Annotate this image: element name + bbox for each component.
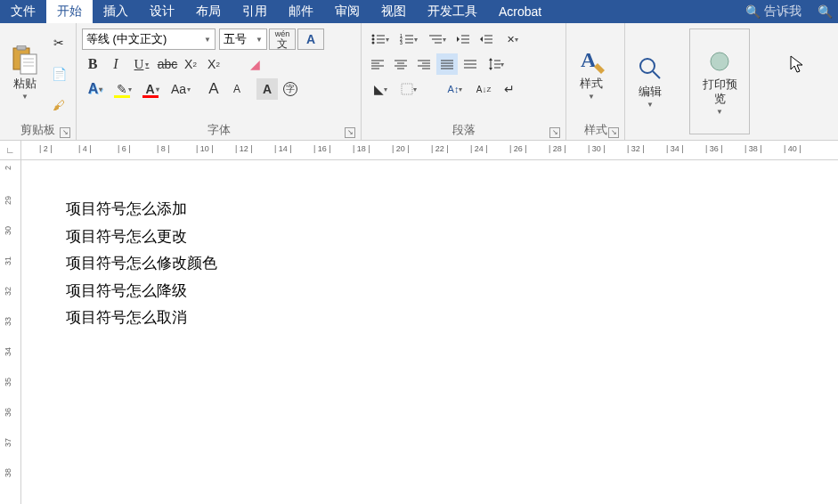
paste-button[interactable]: 粘贴 ▼: [4, 27, 46, 120]
superscript-button[interactable]: X2: [203, 53, 224, 75]
document-line[interactable]: 项目符号怎么添加: [66, 196, 793, 224]
shrink-font-button[interactable]: A: [226, 78, 248, 100]
decrease-indent-button[interactable]: [452, 28, 474, 50]
bullets-button[interactable]: ▾: [367, 28, 394, 50]
copy-button[interactable]: 📄: [48, 63, 69, 85]
tab-acrobat[interactable]: Acrobat: [488, 0, 552, 23]
ruler-tick: 34: [4, 347, 12, 356]
asian-layout-button[interactable]: ✕▾: [499, 28, 525, 50]
ruler-tick: | 18 |: [353, 144, 370, 153]
eraser-button[interactable]: ◢: [244, 53, 265, 75]
vertical-ruler[interactable]: 229303132333435363738: [0, 160, 21, 504]
paragraph-launcher[interactable]: ↘: [549, 127, 560, 138]
group-styles: A 样式 ▼ 样式↘: [566, 23, 625, 140]
ruler-tick: 29: [4, 196, 12, 205]
tab-insert[interactable]: 插入: [93, 0, 139, 23]
underline-button[interactable]: U▾: [128, 53, 155, 75]
document-line[interactable]: 项目符号怎么取消: [66, 305, 793, 332]
grow-font-button[interactable]: A: [203, 78, 224, 100]
enclose-characters-button[interactable]: 字: [280, 78, 301, 100]
distribute-button[interactable]: [460, 53, 481, 75]
tab-developer[interactable]: 开发工具: [417, 0, 488, 23]
increase-indent-button[interactable]: [476, 28, 497, 50]
shading-button[interactable]: ◣▾: [367, 78, 394, 100]
tab-file[interactable]: 文件: [0, 0, 46, 23]
font-launcher[interactable]: ↘: [345, 127, 355, 138]
tab-review[interactable]: 审阅: [324, 0, 370, 23]
highlighter-icon: ✎: [117, 82, 127, 96]
ruler-tick: | 14 |: [274, 144, 292, 153]
bold-button[interactable]: B: [82, 53, 103, 75]
document-page[interactable]: 项目符号怎么添加 项目符号怎么更改 项目符号怎么修改颜色 项目符号怎么降级 项目…: [21, 160, 838, 504]
svg-text:A: A: [581, 48, 597, 71]
ruler-tick: | 34 |: [666, 144, 684, 153]
paste-icon: [11, 46, 39, 75]
styles-button[interactable]: A 样式 ▼: [570, 27, 613, 120]
svg-point-56: [640, 59, 655, 73]
justify-button[interactable]: [436, 53, 458, 75]
print-preview-label: 打印预览: [697, 77, 742, 105]
cut-button[interactable]: ✂: [48, 32, 69, 53]
highlight-button[interactable]: ✎▾: [110, 78, 137, 100]
tab-home[interactable]: 开始: [46, 0, 93, 23]
svg-point-6: [372, 35, 375, 37]
ruler-tick: | 40 |: [784, 144, 801, 153]
svg-rect-2: [20, 54, 37, 74]
tab-references[interactable]: 引用: [232, 0, 278, 23]
strikethrough-button[interactable]: abc: [157, 53, 178, 75]
editing-button[interactable]: 编辑 ▼: [629, 27, 671, 136]
group-label-styles: 样式: [584, 122, 607, 138]
ribbon: 粘贴 ▼ ✂ 📄 🖌 剪贴板↘ 等线 (中文正文)▼ 五号▼ wén文 A: [0, 23, 838, 141]
tab-mailings[interactable]: 邮件: [278, 0, 324, 23]
group-label-clipboard: 剪贴板: [20, 122, 55, 138]
format-painter-button[interactable]: 🖌: [48, 94, 69, 116]
horizontal-ruler[interactable]: | 2 || 4 || 6 || 8 || 10 || 12 || 14 || …: [21, 141, 838, 159]
group-label-paragraph: 段落: [452, 122, 476, 138]
clipboard-launcher[interactable]: ↘: [60, 127, 70, 138]
align-right-button[interactable]: [413, 53, 435, 75]
document-line[interactable]: 项目符号怎么更改: [66, 224, 793, 251]
svg-marker-25: [480, 37, 483, 42]
search-icon: 🔍: [745, 4, 761, 19]
font-color-button[interactable]: A▾: [139, 78, 166, 100]
paint-bucket-icon: ◣: [374, 82, 384, 96]
italic-button[interactable]: I: [105, 53, 126, 75]
text-effects-button[interactable]: A▾: [82, 78, 109, 100]
document-line[interactable]: 项目符号怎么修改颜色: [66, 250, 793, 278]
ruler-corner: ∟: [0, 141, 21, 159]
tab-layout[interactable]: 布局: [185, 0, 232, 23]
sort-az-button[interactable]: A↓Z: [470, 78, 497, 100]
circle-icon: [705, 47, 734, 76]
character-border-button[interactable]: A: [297, 28, 324, 50]
borders-button[interactable]: ▾: [395, 78, 422, 100]
multilevel-list-button[interactable]: ▾: [424, 28, 451, 50]
line-spacing-button[interactable]: ▾: [483, 53, 509, 75]
paste-label: 粘贴: [13, 77, 37, 91]
tell-me-search[interactable]: 🔍 告诉我 🔍: [740, 0, 838, 23]
show-marks-button[interactable]: ↵: [499, 78, 520, 100]
ruler-tick: | 2 |: [39, 144, 53, 153]
change-case-button[interactable]: Aa▾: [167, 78, 194, 100]
subscript-button[interactable]: X2: [180, 53, 201, 75]
horizontal-ruler-bar: ∟ | 2 || 4 || 6 || 8 || 10 || 12 || 14 |…: [0, 141, 838, 160]
align-center-button[interactable]: [390, 53, 411, 75]
align-left-button[interactable]: [367, 53, 388, 75]
sort-button[interactable]: A↕▾: [442, 78, 468, 100]
find-icon: [636, 54, 664, 83]
search-placeholder: 告诉我: [764, 4, 801, 20]
phonetic-guide-button[interactable]: wén文: [269, 28, 296, 50]
menu-bar: 文件 开始 插入 设计 布局 引用 邮件 审阅 视图 开发工具 Acrobat …: [0, 0, 838, 23]
ruler-tick: 35: [4, 378, 12, 386]
document-line[interactable]: 项目符号怎么降级: [66, 278, 793, 305]
character-shading-button[interactable]: A: [256, 78, 278, 100]
ruler-tick: | 30 |: [588, 144, 606, 153]
print-preview-button[interactable]: 打印预览 ▼: [689, 28, 750, 134]
numbering-button[interactable]: 123▾: [395, 28, 422, 50]
styles-launcher[interactable]: ↘: [608, 127, 619, 138]
font-name-combo[interactable]: 等线 (中文正文)▼: [82, 28, 216, 50]
search-icon-right: 🔍: [818, 4, 833, 19]
tab-view[interactable]: 视图: [370, 0, 417, 23]
tab-design[interactable]: 设计: [139, 0, 185, 23]
group-font: 等线 (中文正文)▼ 五号▼ wén文 A B I U▾ abc X2 X2 ◢…: [77, 23, 362, 140]
font-size-combo[interactable]: 五号▼: [219, 28, 267, 50]
